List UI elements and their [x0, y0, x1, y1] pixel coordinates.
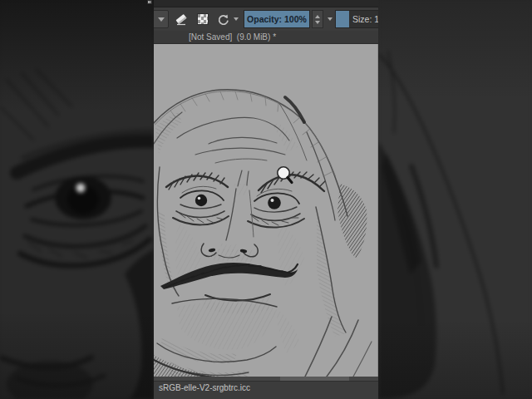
size-slider-fill	[336, 11, 349, 27]
reload-preset-button[interactable]	[214, 11, 231, 27]
blurred-cloth-artwork	[378, 0, 532, 399]
chevron-down-icon	[315, 21, 320, 24]
eraser-icon	[174, 12, 189, 27]
opacity-slider-label: Opacity: 100%	[244, 11, 309, 27]
reload-icon	[216, 12, 230, 27]
chevron-down-icon[interactable]	[234, 17, 239, 21]
screenshot-stage: Opacity: 100% Size: 10.00 p [Not Saved] …	[0, 0, 532, 399]
chevron-down-icon	[158, 17, 165, 22]
preserve-alpha-button[interactable]	[195, 11, 211, 27]
chevron-down-icon[interactable]	[328, 17, 332, 21]
blurred-eye-artwork	[0, 0, 154, 399]
size-slider-label: Size: 10.00 p	[352, 11, 378, 27]
document-tab-bar[interactable]: [Not Saved] (9.0 MiB) *	[154, 31, 378, 44]
sketch-drawing	[154, 44, 378, 377]
chevron-up-icon	[315, 15, 320, 18]
zoom-cursor	[273, 164, 297, 189]
checkerboard-icon	[197, 13, 209, 25]
app-window: Opacity: 100% Size: 10.00 p [Not Saved] …	[154, 0, 378, 399]
toolbar-top-edge	[154, 0, 378, 7]
opacity-slider[interactable]: Opacity: 100%	[244, 10, 310, 28]
document-tab-title: [Not Saved] (9.0 MiB) *	[154, 31, 378, 43]
status-bar: sRGB-elle-V2-srgbtrc.icc	[154, 381, 378, 399]
opacity-spinner[interactable]	[312, 10, 323, 28]
canvas-area[interactable]	[154, 44, 378, 377]
color-profile-label: sRGB-elle-V2-srgbtrc.icc	[154, 382, 378, 392]
blurred-background-right	[378, 0, 532, 399]
brush-options-toolbar: Opacity: 100% Size: 10.00 p	[154, 7, 378, 31]
tool-dropdown-button[interactable]	[154, 10, 169, 28]
eraser-mode-button[interactable]	[173, 11, 190, 27]
cropped-widget-fragment	[147, 0, 152, 4]
sketch-shading	[154, 112, 367, 377]
size-slider[interactable]: Size: 10.00 p	[335, 10, 378, 28]
blurred-background-left	[0, 0, 154, 399]
sketch-head-contours	[154, 90, 347, 332]
